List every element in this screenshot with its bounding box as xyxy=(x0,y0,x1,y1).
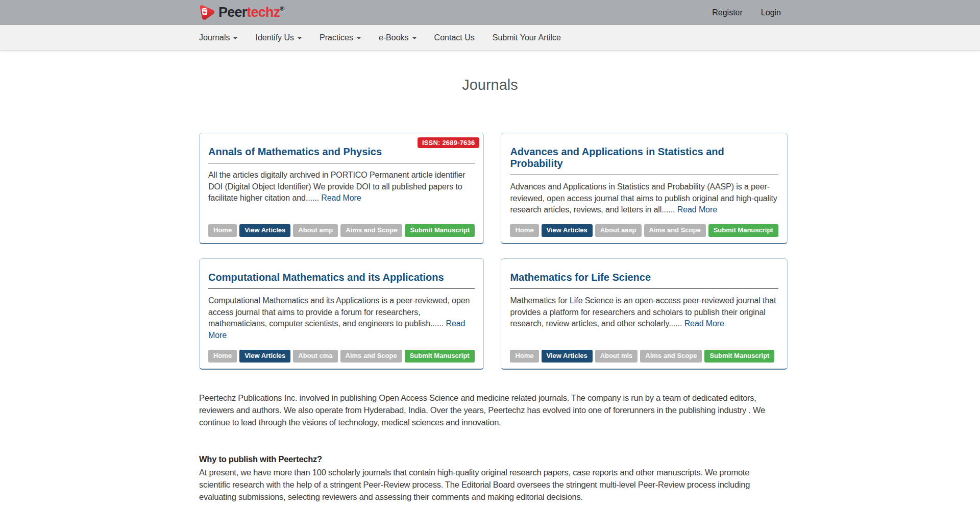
about-section: Peertechz Publications Inc. involved in … xyxy=(199,392,781,507)
nav-item-journals[interactable]: Journals xyxy=(199,33,237,42)
home-button[interactable]: Home xyxy=(510,224,538,237)
submit-manuscript-button[interactable]: Submit Manuscript xyxy=(704,350,774,363)
home-button[interactable]: Home xyxy=(510,350,538,363)
chevron-down-icon xyxy=(357,37,361,39)
journal-card-cma: Computational Mathematics and its Applic… xyxy=(199,258,484,370)
publisher-intro-paragraph: Peertechz Publications Inc. involved in … xyxy=(199,392,781,429)
title-divider xyxy=(510,288,778,289)
view-articles-button[interactable]: View Articles xyxy=(239,224,290,237)
journal-title-link[interactable]: Advances and Applications in Statistics … xyxy=(510,146,778,170)
journal-card-mls: Mathematics for Life Science Mathematics… xyxy=(501,258,787,370)
journal-card-amp: ISSN: 2689-7636 Annals of Mathematics an… xyxy=(199,133,484,244)
peertechz-logo-icon xyxy=(199,5,215,20)
about-button[interactable]: About amp xyxy=(293,224,338,237)
view-articles-button[interactable]: View Articles xyxy=(239,350,290,363)
nav-item-submit-article[interactable]: Submit Your Artilce xyxy=(493,33,561,42)
journal-actions: Home View Articles About cma Aims and Sc… xyxy=(208,342,475,363)
submit-manuscript-button[interactable]: Submit Manuscript xyxy=(708,224,778,237)
journal-actions: Home View Articles About mls Aims and Sc… xyxy=(510,342,778,363)
top-bar: Peertechz® Register Login xyxy=(0,0,980,25)
nav-item-ebooks[interactable]: e-Books xyxy=(379,33,416,42)
aims-scope-button[interactable]: Aims and Scope xyxy=(340,224,402,237)
aims-scope-button[interactable]: Aims and Scope xyxy=(644,224,706,237)
why-publish-heading: Why to publish with Peertechz? xyxy=(199,453,781,465)
aims-scope-button[interactable]: Aims and Scope xyxy=(340,350,402,363)
read-more-link[interactable]: Read More xyxy=(677,205,717,214)
chevron-down-icon xyxy=(233,37,237,39)
journal-title-link[interactable]: Computational Mathematics and its Applic… xyxy=(208,272,475,283)
journal-description: Mathematics for Life Science is an open-… xyxy=(510,296,776,328)
main-navbar: Journals Identify Us Practices e-Books C… xyxy=(0,25,980,51)
read-more-link[interactable]: Read More xyxy=(684,319,724,328)
title-divider xyxy=(208,288,475,289)
journal-description: Advances and Applications in Statistics … xyxy=(510,182,777,214)
registered-trademark: ® xyxy=(280,5,284,12)
journal-actions: Home View Articles About aasp Aims and S… xyxy=(510,216,778,237)
submit-manuscript-button[interactable]: Submit Manuscript xyxy=(405,224,475,237)
chevron-down-icon xyxy=(412,37,416,39)
read-more-link[interactable]: Read More xyxy=(321,194,361,202)
journal-actions: Home View Articles About amp Aims and Sc… xyxy=(208,216,475,237)
login-link[interactable]: Login xyxy=(761,8,781,17)
issn-badge: ISSN: 2689-7636 xyxy=(418,137,479,148)
nav-item-practices[interactable]: Practices xyxy=(320,33,361,42)
about-button[interactable]: About aasp xyxy=(595,224,642,237)
chevron-down-icon xyxy=(298,37,302,39)
home-button[interactable]: Home xyxy=(208,224,237,237)
title-divider xyxy=(510,175,778,175)
peertechz-logo[interactable]: Peertechz® xyxy=(199,5,284,20)
about-button[interactable]: About mls xyxy=(595,350,638,363)
journal-title-link[interactable]: Mathematics for Life Science xyxy=(510,272,778,283)
nav-item-identify-us[interactable]: Identify Us xyxy=(255,33,302,42)
submit-manuscript-button[interactable]: Submit Manuscript xyxy=(405,350,475,363)
journal-description: Computational Mathematics and its Applic… xyxy=(208,296,470,328)
about-button[interactable]: About cma xyxy=(293,350,337,363)
auth-links: Register Login xyxy=(712,8,781,17)
journal-card-aasp: Advances and Applications in Statistics … xyxy=(501,133,787,244)
view-articles-button[interactable]: View Articles xyxy=(542,350,593,363)
journal-cards-grid: ISSN: 2689-7636 Annals of Mathematics an… xyxy=(199,133,781,370)
why-publish-paragraph: At present, we have more than 100 schola… xyxy=(199,466,781,503)
page-title: Journals xyxy=(0,77,980,93)
title-divider xyxy=(208,163,475,163)
register-link[interactable]: Register xyxy=(712,8,743,17)
home-button[interactable]: Home xyxy=(208,350,237,363)
nav-item-contact-us[interactable]: Contact Us xyxy=(434,33,475,42)
view-articles-button[interactable]: View Articles xyxy=(542,224,593,237)
aims-scope-button[interactable]: Aims and Scope xyxy=(640,350,702,363)
peertechz-logo-text: Peertechz® xyxy=(218,6,284,19)
